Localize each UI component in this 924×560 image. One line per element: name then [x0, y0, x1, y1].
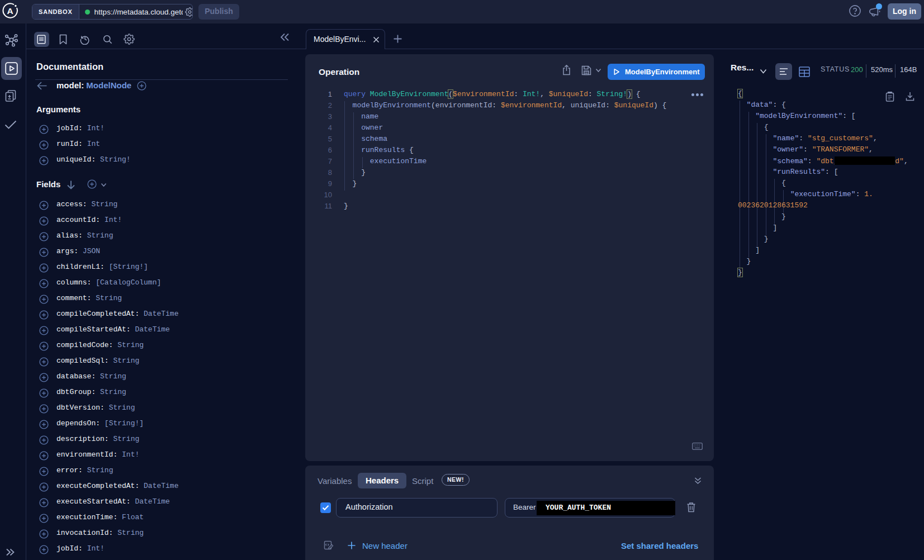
svg-text:A: A [7, 6, 13, 16]
